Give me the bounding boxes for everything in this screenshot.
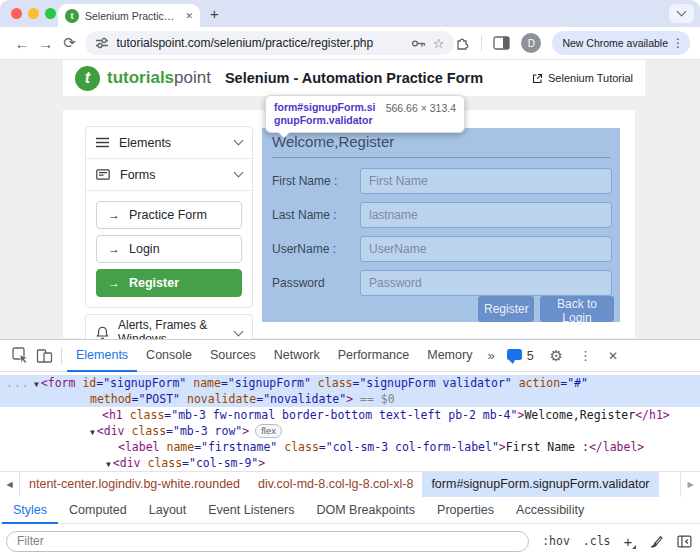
breadcrumb-item-selected[interactable]: form#signupForm.signupForm.validator <box>422 472 658 497</box>
last-name-input[interactable] <box>360 202 612 228</box>
breadcrumb-scroll-right[interactable]: ▶ <box>680 472 700 497</box>
devtools-tab-sources[interactable]: Sources <box>201 340 265 372</box>
tab-close-icon[interactable]: ✕ <box>185 11 193 21</box>
page-title: Selenium - Automation Practice Form <box>225 70 483 86</box>
url-text[interactable]: tutorialspoint.com/selenium/practice/reg… <box>116 36 403 50</box>
styles-tab-layout[interactable]: Layout <box>138 497 198 524</box>
new-tab-button[interactable]: + <box>210 5 219 22</box>
sidebar-item-login[interactable]: → Login <box>96 235 242 263</box>
node-options-marker[interactable]: ... <box>6 375 30 391</box>
device-toolbar-icon[interactable] <box>32 344 56 368</box>
sidebar-section-elements[interactable]: Elements <box>86 127 252 159</box>
devtools-close-icon[interactable]: ✕ <box>600 349 626 363</box>
code-token <box>512 376 519 390</box>
window-close-button[interactable] <box>11 8 22 19</box>
form-row-last-name: Last Name : <box>272 202 612 228</box>
rendering-brush-icon[interactable] <box>649 534 664 549</box>
site-settings-icon[interactable] <box>95 36 109 50</box>
tab-search-button[interactable] <box>669 4 694 23</box>
code-token: ="firstname" <box>194 440 277 454</box>
code-token: id <box>82 376 96 390</box>
breadcrumb-item[interactable]: div.col-md-8.col-lg-8.col-xl-8 <box>249 472 422 497</box>
code-line[interactable]: <label name="firstname" class="col-sm-3 … <box>0 439 700 455</box>
back-button[interactable]: ← <box>10 35 34 52</box>
devtools-tab-performance[interactable]: Performance <box>329 340 419 372</box>
expand-arrow-icon[interactable]: ▼ <box>106 460 111 469</box>
password-key-icon[interactable] <box>411 37 426 50</box>
sidebar-item-practice-form[interactable]: → Practice Form <box>96 201 242 229</box>
devtools-tab-memory[interactable]: Memory <box>418 340 481 372</box>
reload-button[interactable]: ⟳ <box>58 34 82 52</box>
styles-tab-properties[interactable]: Properties <box>426 497 505 524</box>
sidebar-item-register[interactable]: → Register <box>96 269 242 297</box>
devtools-tab-elements[interactable]: Elements <box>67 340 137 372</box>
code-token: </label> <box>589 440 644 454</box>
expand-arrow-icon[interactable]: ▼ <box>90 428 95 437</box>
form-heading: Welcome,Register <box>272 133 394 150</box>
devtools-settings-icon[interactable]: ⚙ <box>542 347 571 365</box>
forward-button[interactable]: → <box>34 35 58 52</box>
code-token: ="col-sm-9" <box>182 456 258 470</box>
code-token: class <box>131 424 166 438</box>
computed-sidebar-toggle-icon[interactable] <box>677 535 692 548</box>
register-button[interactable]: Register <box>478 296 534 322</box>
breadcrumb-item[interactable]: ntent-center.logindiv.bg-white.rounded <box>20 472 249 497</box>
profile-avatar[interactable]: D <box>521 33 541 53</box>
toggle-hover-state[interactable]: :hov <box>542 534 570 548</box>
brand-name[interactable]: tutorialspoint <box>107 68 211 88</box>
code-token: class <box>318 376 353 390</box>
flex-badge[interactable]: flex <box>255 424 282 438</box>
new-style-rule-button[interactable]: + <box>624 533 637 550</box>
tutorialspoint-logo-icon[interactable]: t <box>75 66 100 91</box>
code-line[interactable]: ▼<div class="col-sm-9"> <box>0 455 700 471</box>
page-viewport: t tutorialspoint Selenium - Automation P… <box>0 60 700 339</box>
code-token: == $0 <box>353 392 395 406</box>
field-label: UserName : <box>272 242 360 256</box>
username-input[interactable] <box>360 236 612 262</box>
selenium-tutorial-link[interactable]: Selenium Tutorial <box>532 72 633 84</box>
styles-tab-computed[interactable]: Computed <box>58 497 138 524</box>
styles-tab-dom-breakpoints[interactable]: DOM Breakpoints <box>305 497 426 524</box>
sidebar-section-label: Forms <box>120 168 225 182</box>
code-token: class <box>147 456 182 470</box>
code-line[interactable]: ...▼<form id="signupForm" name="signupFo… <box>0 375 700 391</box>
styles-tab-accessibility[interactable]: Accessibility <box>505 497 595 524</box>
issues-message-icon[interactable] <box>507 349 522 360</box>
code-line[interactable]: method="POST" novalidate="novalidate"> =… <box>0 391 700 407</box>
address-bar[interactable]: tutorialspoint.com/selenium/practice/reg… <box>85 31 454 55</box>
browser-menu-icon[interactable]: ⋮ <box>672 36 684 50</box>
code-line[interactable]: ▼<div class="mb-3 row">flex <box>0 423 700 439</box>
toggle-element-classes[interactable]: .cls <box>583 534 611 548</box>
code-line[interactable]: <h1 class="mb-3 fw-normal border-bottom … <box>0 407 700 423</box>
window-zoom-button[interactable] <box>45 8 56 19</box>
code-token: class <box>284 440 319 454</box>
breadcrumb-scroll-left[interactable]: ◀ <box>0 472 20 497</box>
browser-tab[interactable]: t Selenium Practice - Register ✕ <box>58 4 200 27</box>
code-token: novalidate <box>187 392 256 406</box>
styles-tab-styles[interactable]: Styles <box>2 497 58 524</box>
styles-tab-event-listeners[interactable]: Event Listeners <box>197 497 305 524</box>
devtools-tab-network[interactable]: Network <box>265 340 329 372</box>
styles-filter-input[interactable] <box>6 531 529 552</box>
browser-toolbar: ← → ⟳ tutorialspoint.com/selenium/practi… <box>0 27 700 60</box>
tooltip-pointer <box>278 132 290 138</box>
chrome-update-button[interactable]: New Chrome available ⋮ <box>552 31 690 55</box>
back-to-login-button[interactable]: Back to Login <box>540 296 614 322</box>
sidebar-section-forms[interactable]: Forms <box>86 159 252 191</box>
inspect-tooltip: form#signupForm.signupForm.validator 566… <box>265 95 465 133</box>
side-panel-icon[interactable] <box>493 36 510 50</box>
arrow-right-icon: → <box>108 208 120 222</box>
inspect-element-icon[interactable] <box>8 344 32 368</box>
bookmark-star-icon[interactable]: ☆ <box>433 36 445 51</box>
window-minimize-button[interactable] <box>28 8 39 19</box>
devtools-menu-icon[interactable]: ⋮ <box>571 348 600 363</box>
first-name-input[interactable] <box>360 168 612 194</box>
expand-arrow-icon[interactable]: ▼ <box>34 380 39 389</box>
devtools-tab-console[interactable]: Console <box>137 340 201 372</box>
chevron-down-icon <box>234 168 244 178</box>
code-token <box>311 376 318 390</box>
password-input[interactable] <box>360 270 612 296</box>
more-tabs-icon[interactable]: » <box>481 348 500 363</box>
issues-count[interactable]: 5 <box>527 349 534 363</box>
extensions-icon[interactable] <box>454 35 470 51</box>
